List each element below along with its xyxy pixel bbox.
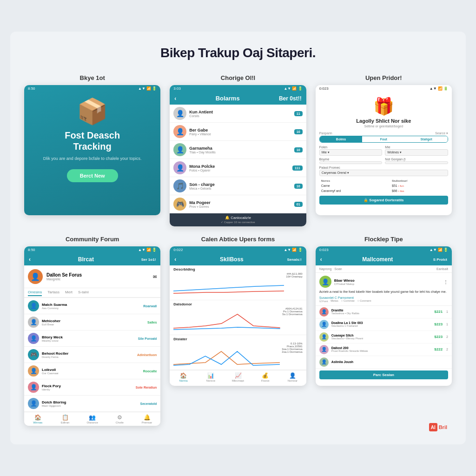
forum-tab-1[interactable]: Tartass <box>47 290 60 295</box>
bottom-nav-charts: 🏠 Norma 📊 Noreve 📈 Mlecmept 💰 Floove <box>170 370 306 384</box>
forum-tab-0[interactable]: Orresins <box>28 290 42 296</box>
nav-item-2[interactable]: 👥 Olarance <box>79 414 106 424</box>
forum-list-item[interactable]: 👤 Bliory Meck Meahty oovul Sile Poroald <box>24 331 160 347</box>
chart-section-2: Disiater 0.13-10% Pracs,10591 3oa.1 Dorm… <box>170 335 306 370</box>
chart-0 <box>173 272 284 298</box>
nav-item-4[interactable]: 🔔 Premsar <box>133 414 161 424</box>
main-container: Bikep Trakup Oaj Sitaperi. Bkye 1ot 8:50… <box>10 32 466 444</box>
phone-screen-list: 3:03 ▲▼ 📶 🔋 ‹ Bolarms Ber 0st!! 👤 Kun An… <box>170 85 306 226</box>
forum-tabs: Orresins Tartass Mert S-talnl <box>24 288 160 298</box>
notif-filter: Naprong · Soan Eanlsalt <box>316 265 452 273</box>
bottom-nav-forum: 🏠 Winnas 📋 Edliran 👥 Olarance ⚙ Choile <box>24 412 160 426</box>
forum-list-item[interactable]: 👤 Flock Pory Idently Sote Reratiun <box>24 379 160 396</box>
watermark: AI Bril <box>429 423 447 431</box>
screen-label-charts: Calen Abtice Upers forms <box>201 236 275 243</box>
phone-screen-charts: 0:022 ▲▼ 📶 🔋 ‹ SkllBoss Senals:! Descrbl… <box>170 246 306 386</box>
status-bar-form: 0:023 ▲▼ 📶 🔋 <box>316 85 452 92</box>
notif-list-item[interactable]: 👤 Cuaeape Sllch Staclastra • Blenoy Piva… <box>316 331 452 344</box>
notif-list-item[interactable]: 👤 Doallna La 1 Ste 003 Staclastra 1 Foel… <box>316 318 452 331</box>
avatar-5: 🎮 <box>173 198 186 211</box>
notif-submit-button[interactable]: Parc Sealan <box>319 370 448 379</box>
list-item[interactable]: 🎵 Son - charge Meca • Geloels 10 <box>170 177 306 195</box>
screen-wrapper-splash: Bkye 1ot 8:50 ▲▼ 📶 🔋 📦 Fost DeaschTracki… <box>24 74 160 226</box>
form-input-boyme[interactable] <box>319 161 383 164</box>
phone-screen-splash: 8:50 ▲▼ 📶 🔋 📦 Fost DeaschTracking Dlik y… <box>24 85 160 215</box>
list-item[interactable]: 👤 Mona Polcke Folos • Oparer 111 <box>170 159 306 177</box>
splash-content: 📦 Fost DeaschTracking Dlik you are and d… <box>24 92 160 192</box>
chart-2 <box>173 342 280 368</box>
notif-header: ‹ Mallcoment S Prolct <box>316 253 452 265</box>
chart-nav-0[interactable]: 🏠 Norma <box>170 372 197 382</box>
list-item[interactable]: 👤 Ber Gabe Pairy • Villance 10 <box>170 123 306 141</box>
nav-item-1[interactable]: 📋 Edliran <box>52 414 79 424</box>
chart-nav-3[interactable]: 💰 Floove <box>251 372 279 382</box>
avatar-0: 👤 <box>173 107 186 120</box>
list-item[interactable]: 👤 Garnameha Tlaa • Oay Moollis 10 <box>170 141 306 159</box>
screen-wrapper-forum: Community Forum 8:50 ▲▼ 📶 🔋 ‹ Blrcat Ser… <box>24 236 160 426</box>
notif-actions: ☑ Font Metas ○ Commist ○ Conment <box>319 299 448 303</box>
screen-label-splash: Bkye 1ot <box>80 74 105 81</box>
form-submit-button[interactable]: 🔒 Sogared Dorteratils <box>319 196 448 205</box>
forum-list-item[interactable]: 👤 Malch Suarma Aes Commny Roarwall <box>24 298 160 314</box>
notif-list-item[interactable]: 👤 Dranllte Taclastroa • Oty Ralbis $221 … <box>316 306 452 318</box>
forum-tab-3[interactable]: S-talnl <box>78 290 89 295</box>
form-input-dniy[interactable]: Wolines ▾ <box>385 149 448 156</box>
screen-label-notif: Flocklep Tipe <box>364 236 403 243</box>
page-title: Bikep Trakup Oaj Sitaperi. <box>24 46 452 60</box>
forum-list-item[interactable]: 👤 Loikvoll Gor Caamaai Roocalte <box>24 363 160 379</box>
splash-button[interactable]: Berct New <box>67 169 118 182</box>
notif-avatar: 👤 <box>319 276 331 288</box>
forum-profile-avatar: 👤 <box>28 269 43 284</box>
form-tab-1[interactable]: Fout <box>362 136 405 142</box>
avatar-2: 👤 <box>173 143 186 156</box>
form-tab-2[interactable]: Staliget <box>405 136 448 142</box>
forum-list-item[interactable]: 👤 Dolch Bloring Maxt Oggposm Seceratold <box>24 396 160 412</box>
avatar-1: 👤 <box>173 125 186 138</box>
chart-nav-4[interactable]: 👤 Nomear <box>279 372 306 382</box>
top-grid: Bkye 1ot 8:50 ▲▼ 📶 🔋 📦 Fost DeaschTracki… <box>24 74 452 226</box>
nav-item-0[interactable]: 🏠 Winnas <box>24 414 52 424</box>
notif-post: 👤 Bbar Wieso CfTlrekaf Ntelop ⋮ Acrietr-… <box>316 273 452 306</box>
list-item[interactable]: 🎮 Ma Pogeer Prov • Gorres 01 <box>170 195 306 213</box>
status-bar-forum: 8:50 ▲▼ 📶 🔋 <box>24 246 160 253</box>
watermark-icon: AI <box>429 423 437 431</box>
screen-label-forum: Community Forum <box>66 236 119 243</box>
form-big-title: Lagolly Shlict Nor sike <box>316 118 452 125</box>
screen-wrapper-form: Upen Pridor! 0:023 ▲▼ 📶 🔋 🎁 Lagolly Shli… <box>316 74 452 226</box>
screen-wrapper-list: Chorige Ol!l 3:03 ▲▼ 📶 🔋 ‹ Bolarms Ber 0… <box>170 74 306 226</box>
status-bar-notif: 0:023 ▲▼ 📶 🔋 <box>316 246 452 253</box>
screen-wrapper-charts: Calen Abtice Upers forms 0:022 ▲▼ 📶 🔋 ‹ … <box>170 236 306 426</box>
notif-link[interactable]: Susaonlet C Parnoment <box>319 296 448 299</box>
chart-nav-1[interactable]: 📊 Noreve <box>197 372 225 382</box>
form-tab-0[interactable]: Bolms <box>320 136 363 142</box>
screen-label-form: Upen Pridor! <box>365 74 402 81</box>
phone-screen-notif: 0:023 ▲▼ 📶 🔋 ‹ Mallcoment S Prolct Napro… <box>316 246 452 386</box>
status-bar-splash: 8:50 ▲▼ 📶 🔋 <box>24 85 160 92</box>
chart-1 <box>173 307 280 333</box>
avatar-4: 🎵 <box>173 179 186 192</box>
forum-tab-2[interactable]: Mert <box>65 290 73 295</box>
chart-nav-2[interactable]: 📈 Mlecmept <box>225 372 252 382</box>
list-items: 👤 Kun Antient Corsils 11 👤 Ber Gabe Pair… <box>170 105 306 213</box>
forum-list-item[interactable]: 🎮 Behoot Roctler Doonly Fema Adinlsetiuo… <box>24 347 160 363</box>
forum-list-item[interactable]: 👤 Mehicoher Eull Brear Salles <box>24 314 160 331</box>
form-select[interactable]: Caryemas Orend ▾ <box>319 170 448 176</box>
notif-list-item[interactable]: 👤 Dallost 200 Prust Roelvitc Strearle Mi… <box>316 344 452 356</box>
chart-section-1: Dalsdonor #904,#124,91 Po.1 Dormenva So.… <box>170 300 306 335</box>
splash-title: Fost DeaschTracking <box>65 130 120 152</box>
form-tabs: Bolms Fout Staliget <box>319 136 448 143</box>
form-table: Norres Stulionlour/ Carne $51 • fun <box>319 178 448 194</box>
forum-header: ‹ Blrcat Ser 1o1! <box>24 253 160 265</box>
notif-list-item[interactable]: 👤 Asliniia Joush <box>316 356 452 369</box>
status-bar-charts: 0:022 ▲▼ 📶 🔋 <box>170 246 306 253</box>
splash-icon: 📦 <box>77 97 108 126</box>
form-input-folen[interactable]: Mie ▾ <box>319 149 383 156</box>
status-bar-list: 3:03 ▲▼ 📶 🔋 <box>170 85 306 92</box>
list-item[interactable]: 👤 Kun Antient Corsils 11 <box>170 105 306 123</box>
notif-list: 👤 Dranllte Taclastroa • Oty Ralbis $221 … <box>316 306 452 369</box>
form-input-not[interactable] <box>385 161 448 164</box>
nav-item-3[interactable]: ⚙ Choile <box>106 414 133 424</box>
form-section: Folen Mie ▾ Mie Wolines ▾ Boyme <box>316 145 452 194</box>
bottom-grid: Community Forum 8:50 ▲▼ 📶 🔋 ‹ Blrcat Ser… <box>24 236 452 426</box>
forum-list: 👤 Malch Suarma Aes Commny Roarwall 👤 Meh… <box>24 298 160 412</box>
